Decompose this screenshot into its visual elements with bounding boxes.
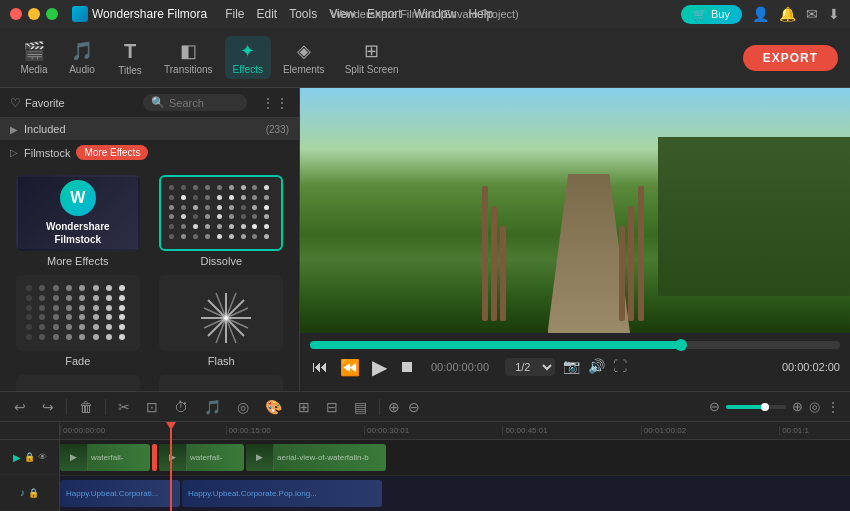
ctrl-icons: 1/2 1/4 Full 📷 🔊 ⛶ (505, 358, 627, 376)
audio-detach-button[interactable]: 🎵 (200, 397, 225, 417)
timeline: ↩ ↪ 🗑 ✂ ⊡ ⏱ 🎵 ◎ 🎨 ⊞ ⊟ ▤ ⊕ ⊖ ⊖ ⊕ ◎ ⋮ (0, 391, 850, 511)
favorite-tab[interactable]: ♡ Favorite (10, 96, 65, 110)
effect-thumb-erase: ···→ (16, 375, 140, 391)
add-track-icon[interactable]: ⊕ (388, 399, 400, 415)
flash-svg (196, 288, 256, 348)
controls-row: ⏮ ⏪ ▶ ⏹ 00:00:00:00 1/2 1/4 Full 📷 🔊 ⛶ 0… (310, 353, 840, 381)
maximize-button[interactable] (46, 8, 58, 20)
effect-thumb-fade (16, 275, 140, 351)
zoom-reset-icon[interactable]: ◎ (809, 399, 820, 414)
menu-edit[interactable]: Edit (257, 7, 278, 21)
search-box: 🔍 (143, 94, 247, 111)
speed-button[interactable]: ⏱ (170, 397, 192, 417)
download-icon[interactable]: ⬇ (828, 6, 840, 22)
main-content: ♡ Favorite 🔍 ⋮⋮ ▶ Included (233) ▷ Films… (0, 88, 850, 391)
quality-select[interactable]: 1/2 1/4 Full (505, 358, 555, 376)
divider-1 (66, 399, 67, 415)
tool-effects[interactable]: ✦ Effects (225, 36, 271, 79)
close-button[interactable] (10, 8, 22, 20)
effect-flash[interactable]: Flash (154, 275, 290, 367)
tool-elements[interactable]: ◈ Elements (275, 36, 333, 79)
effect-fade[interactable]: Fade (10, 275, 146, 367)
volume-icon[interactable]: 🔊 (588, 358, 605, 376)
effect-name-flash: Flash (208, 355, 235, 367)
tool-transitions-label: Transitions (164, 64, 213, 75)
step-back-button[interactable]: ⏮ (310, 356, 330, 378)
clip-thumb-3: ▶ (246, 444, 274, 472)
effect-name-fade: Fade (65, 355, 90, 367)
zoom-in-icon[interactable]: ⊕ (792, 399, 803, 414)
crop-button[interactable]: ⊡ (142, 397, 162, 417)
progress-thumb[interactable] (675, 339, 687, 351)
tool-split-screen[interactable]: ⊞ Split Screen (337, 36, 407, 79)
clip-label-3: aerial-view-of-waterfalln-b (274, 453, 372, 462)
color-button[interactable]: 🎨 (261, 397, 286, 417)
tool-transitions[interactable]: ◧ Transitions (156, 36, 221, 79)
minimize-button[interactable] (28, 8, 40, 20)
effect-erase[interactable]: ···→ Erase (10, 375, 146, 391)
more-effects-button[interactable]: More Effects (76, 145, 148, 160)
category-included-label: Included (24, 123, 260, 135)
zoom-bar[interactable] (726, 405, 786, 409)
fullscreen-icon[interactable]: ⛶ (613, 358, 627, 376)
caption-button[interactable]: ▤ (350, 397, 371, 417)
favorite-label: Favorite (25, 97, 65, 109)
effect-dissolve[interactable]: Dissolve (154, 175, 290, 267)
message-icon[interactable]: ✉ (806, 6, 818, 22)
menu-file[interactable]: File (225, 7, 244, 21)
video-track-header: ▶ 🔒 👁 (0, 440, 59, 476)
audio-clip-1[interactable]: Happy.Upbeat.Corporati... (60, 480, 180, 506)
progress-bar[interactable] (310, 341, 840, 349)
cut-button[interactable]: ✂ (114, 397, 134, 417)
time-total: 00:00:02:00 (782, 361, 840, 373)
elements-icon: ◈ (297, 40, 311, 62)
ruler-marks: 00:00:00:00 00:00:15:00 00:00:30:01 00:0… (60, 426, 850, 435)
eye-icon: 👁 (38, 452, 47, 462)
window-title: Wondershare Filmora (Envato Project) (331, 8, 518, 20)
grid-view-icon[interactable]: ⋮⋮ (261, 95, 289, 111)
left-panel: ♡ Favorite 🔍 ⋮⋮ ▶ Included (233) ▷ Films… (0, 88, 300, 391)
fade-pattern (18, 277, 138, 349)
zoom-thumb[interactable] (761, 403, 769, 411)
audio-clip-2[interactable]: Happy.Upbeat.Corporate.Pop.long... (182, 480, 382, 506)
camera-icon[interactable]: 📷 (563, 358, 580, 376)
zoom-out-icon[interactable]: ⊖ (709, 399, 720, 414)
cube-svg (191, 388, 251, 391)
tool-media[interactable]: 🎬 Media (12, 36, 56, 79)
video-clip-1[interactable]: ▶ waterfall- (60, 444, 150, 472)
category-included[interactable]: ▶ Included (233) (0, 118, 299, 140)
redo-button[interactable]: ↪ (38, 397, 58, 417)
overlay-button[interactable]: ⊞ (294, 397, 314, 417)
audio-clip-2-label: Happy.Upbeat.Corporate.Pop.long... (188, 489, 317, 498)
tool-media-label: Media (20, 64, 47, 75)
buy-button[interactable]: 🛒 Buy (681, 5, 742, 24)
lock-icon: 🔒 (24, 452, 35, 462)
tool-audio[interactable]: 🎵 Audio (60, 36, 104, 79)
remove-track-icon[interactable]: ⊖ (408, 399, 420, 415)
video-clip-3[interactable]: ▶ aerial-view-of-waterfalln-b (246, 444, 386, 472)
category-included-count: (233) (266, 124, 289, 135)
stop-button[interactable]: ⏹ (397, 356, 417, 378)
search-input[interactable] (169, 97, 239, 109)
fence-left (482, 186, 548, 321)
menu-tools[interactable]: Tools (289, 7, 317, 21)
user-icon[interactable]: 👤 (752, 6, 769, 22)
more-options-icon[interactable]: ⋮ (826, 399, 840, 415)
notification-icon[interactable]: 🔔 (779, 6, 796, 22)
effect-wondershare[interactable]: W WondershareFilmstock More Effects (10, 175, 146, 267)
video-track: ▶ waterfall- ▶ waterfall- ▶ (60, 440, 850, 476)
undo-button[interactable]: ↩ (10, 397, 30, 417)
stabilize-button[interactable]: ◎ (233, 397, 253, 417)
effect-thumb-dissolve (159, 175, 283, 251)
tool-titles[interactable]: T Titles (108, 36, 152, 80)
video-clip-2[interactable]: ▶ waterfall- (159, 444, 244, 472)
filter-button[interactable]: ⊟ (322, 397, 342, 417)
category-filmstock[interactable]: ▷ Filmstock More Effects (0, 140, 299, 165)
media-icon: 🎬 (23, 40, 45, 62)
export-button[interactable]: EXPORT (743, 45, 838, 71)
play-button[interactable]: ▶ (370, 353, 389, 381)
frame-back-button[interactable]: ⏪ (338, 356, 362, 379)
effect-cube[interactable]: Cube (154, 375, 290, 391)
divider-2 (105, 399, 106, 415)
delete-button[interactable]: 🗑 (75, 397, 97, 417)
